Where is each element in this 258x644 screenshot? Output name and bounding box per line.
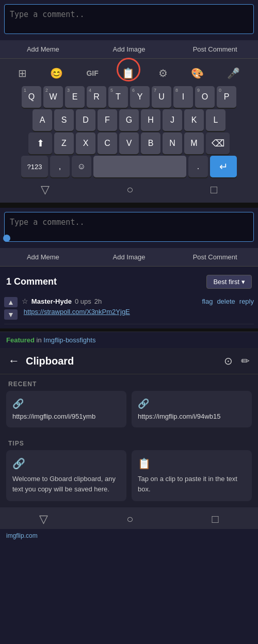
key-t[interactable]: 5T — [108, 86, 128, 108]
key-e[interactable]: 3E — [65, 86, 85, 108]
add-image-button-2[interactable]: Add Image — [86, 248, 172, 266]
key-b[interactable]: B — [141, 133, 160, 154]
clip-link-icon-2: 🔗 — [138, 398, 246, 409]
key-o[interactable]: 9O — [195, 86, 215, 108]
clip-link-icon-1: 🔗 — [12, 398, 120, 409]
tip-card-2: 📋 Tap on a clip to paste it in the text … — [132, 450, 252, 501]
comment-link[interactable]: https://strawpoll.com/X3nkPm2YjgE — [24, 308, 130, 316]
comma-key[interactable]: , — [50, 156, 70, 177]
featured-community-link[interactable]: Imgflip-bossfights — [43, 336, 95, 344]
mic-icon[interactable]: 🎤 — [223, 65, 244, 81]
imgflip-footer: imgflip.com — [0, 529, 258, 542]
comment-row: ▲ ▼ ☆ Master-Hyde 0 ups 2h flag delete r… — [4, 295, 254, 322]
top-comment-actions: Add Meme Add Image Post Comment — [0, 40, 258, 59]
key-m[interactable]: M — [184, 133, 204, 154]
keyboard-row-2: A S D F G H J K L — [2, 109, 256, 131]
numbers-key[interactable]: ?123 — [21, 156, 48, 177]
gif-icon[interactable]: GIF — [82, 67, 102, 79]
sort-label: Best first — [213, 278, 239, 286]
emoji-key[interactable]: ☺ — [72, 156, 91, 177]
key-r[interactable]: 4R — [87, 86, 106, 108]
clipboard-highlight-circle — [117, 58, 140, 81]
clipboard-toggle-icon[interactable]: ⊙ — [224, 355, 233, 367]
tip-icon-2: 📋 — [138, 457, 246, 470]
tips-label: TIPS — [0, 434, 258, 450]
vote-column: ▲ ▼ — [4, 297, 18, 320]
bottom-comment-input[interactable] — [4, 212, 254, 242]
clipboard-icon[interactable]: 📋 — [118, 65, 139, 81]
clip-card-1[interactable]: 🔗 https://imgflip.com/i/951ymb — [6, 391, 126, 427]
key-f[interactable]: F — [98, 109, 117, 131]
bottom-nav-bar: ▽ ○ □ — [0, 507, 258, 529]
key-p[interactable]: 0P — [217, 86, 236, 108]
key-j[interactable]: J — [163, 109, 182, 131]
key-q[interactable]: 1Q — [22, 86, 41, 108]
post-comment-button-2[interactable]: Post Comment — [172, 248, 258, 266]
key-s[interactable]: S — [54, 109, 74, 131]
key-h[interactable]: H — [141, 109, 160, 131]
key-v[interactable]: V — [119, 133, 139, 154]
backspace-key[interactable]: ⌫ — [206, 133, 230, 154]
clip-card-text-1: https://imgflip.com/i/951ymb — [12, 412, 120, 420]
key-l[interactable]: L — [206, 109, 225, 131]
bottom-nav-home-icon[interactable]: ○ — [126, 513, 133, 526]
bottom-nav-recent-icon[interactable]: □ — [212, 513, 219, 526]
add-meme-button[interactable]: Add Meme — [0, 40, 86, 58]
space-key[interactable] — [93, 156, 186, 177]
footer-site-link[interactable]: imgflip.com — [6, 532, 38, 539]
sort-button[interactable]: Best first ▾ — [206, 275, 252, 289]
upvote-button[interactable]: ▲ — [4, 297, 18, 307]
sticker-icon[interactable]: 😊 — [46, 65, 67, 81]
key-k[interactable]: K — [184, 109, 204, 131]
downvote-button[interactable]: ▼ — [4, 309, 18, 320]
keyboard-row-3: ⬆ Z X C V B N M ⌫ — [2, 133, 256, 154]
add-image-button[interactable]: Add Image — [86, 40, 172, 58]
cursor-indicator — [3, 235, 10, 242]
period-key[interactable]: . — [188, 156, 208, 177]
flag-button[interactable]: flag — [202, 298, 213, 305]
keyboard-toolbar: ⊞ 😊 GIF 📋 ⚙ 🎨 🎤 — [2, 62, 256, 85]
add-meme-button-2[interactable]: Add Meme — [0, 248, 86, 266]
comment-body: ☆ Master-Hyde 0 ups 2h flag delete reply… — [22, 297, 254, 316]
key-n[interactable]: N — [163, 133, 182, 154]
theme-icon[interactable]: 🎨 — [187, 65, 208, 81]
comment-count-row: 1 Comment Best first ▾ — [4, 271, 254, 293]
nav-recent-icon[interactable]: □ — [211, 183, 217, 196]
key-a[interactable]: A — [33, 109, 52, 131]
featured-in-text: in — [37, 336, 44, 344]
reply-button[interactable]: reply — [239, 298, 254, 305]
bottom-comment-actions: Add Meme Add Image Post Comment — [0, 248, 258, 267]
star-icon[interactable]: ☆ — [22, 297, 28, 305]
key-z[interactable]: Z — [54, 133, 74, 154]
featured-bar: Featured in Imgflip-bossfights — [0, 332, 258, 348]
key-c[interactable]: C — [98, 133, 117, 154]
comment-actions-inline: flag delete reply — [202, 298, 254, 305]
key-w[interactable]: 2W — [43, 86, 63, 108]
nav-back-icon[interactable]: ▽ — [41, 183, 50, 196]
key-x[interactable]: X — [76, 133, 95, 154]
key-d[interactable]: D — [76, 109, 95, 131]
bottom-nav-back-icon[interactable]: ▽ — [39, 513, 48, 526]
comment-username[interactable]: Master-Hyde — [31, 298, 72, 305]
nav-home-icon[interactable]: ○ — [126, 183, 133, 196]
apps-icon[interactable]: ⊞ — [14, 65, 31, 81]
key-i[interactable]: 8I — [173, 86, 193, 108]
clipboard-edit-icon[interactable]: ✏ — [241, 355, 250, 367]
key-g[interactable]: G — [119, 109, 139, 131]
key-y[interactable]: 6Y — [130, 86, 150, 108]
shift-key[interactable]: ⬆ — [28, 133, 52, 154]
post-comment-button[interactable]: Post Comment — [172, 40, 258, 58]
clipboard-back-button[interactable]: ← — [8, 354, 20, 368]
comment-time: 2h — [94, 298, 102, 305]
top-comment-input[interactable] — [4, 4, 254, 34]
settings-icon[interactable]: ⚙ — [154, 65, 172, 81]
tip-icon-1: 🔗 — [12, 457, 120, 470]
delete-button[interactable]: delete — [217, 298, 235, 305]
clip-card-2[interactable]: 🔗 https://imgflip.com/i/94wb15 — [132, 391, 252, 427]
enter-key[interactable]: ↵ — [210, 156, 237, 177]
key-u[interactable]: 7U — [152, 86, 171, 108]
keyboard-nav-bar: ▽ ○ □ — [2, 179, 256, 201]
featured-label: Featured — [6, 336, 35, 344]
comment-item: ▲ ▼ ☆ Master-Hyde 0 ups 2h flag delete r… — [4, 293, 254, 324]
tip-card-1: 🔗 Welcome to Gboard clipboard, any text … — [6, 450, 126, 501]
